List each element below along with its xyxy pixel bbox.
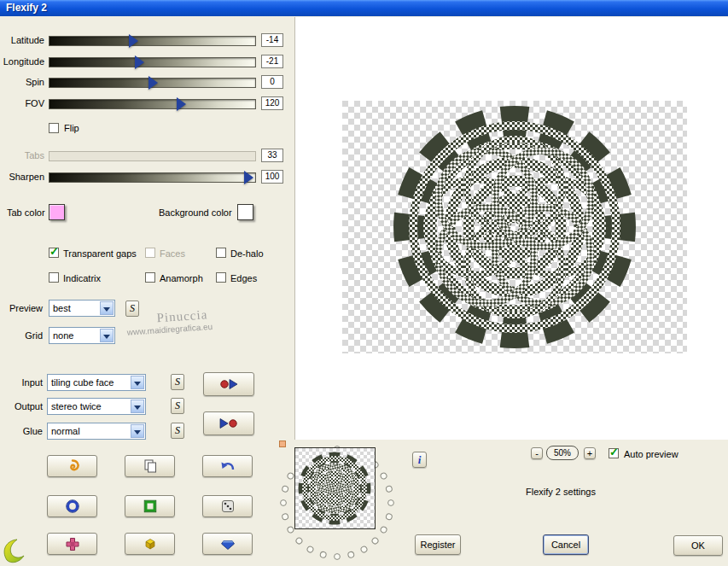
flip-label[interactable]: Flip xyxy=(64,123,79,134)
chevron-down-icon[interactable] xyxy=(100,301,114,315)
blue-arrow-red-dot-icon xyxy=(218,416,240,431)
sharpen-slider[interactable] xyxy=(49,172,256,183)
tab-color-label: Tab color xyxy=(7,207,45,219)
output-dropdown[interactable]: stereo twice xyxy=(47,398,146,415)
cube-button[interactable] xyxy=(125,533,175,555)
zoom-out-button[interactable]: - xyxy=(531,447,543,459)
de-halo-label[interactable]: De-halo xyxy=(230,248,264,260)
input-s-button[interactable]: S xyxy=(171,374,184,390)
input-dropdown-value: tiling cube face xyxy=(51,375,114,390)
copy-button[interactable] xyxy=(125,455,175,477)
fov-label: FOV xyxy=(0,96,44,111)
background-color-label: Background color xyxy=(159,207,232,219)
grid-dropdown-value: none xyxy=(53,328,73,343)
transform-forward-button[interactable] xyxy=(203,372,254,396)
transparent-gaps-label[interactable]: Transparent gaps xyxy=(63,248,137,260)
grid-label: Grid xyxy=(0,327,43,344)
zoom-level[interactable]: 50% xyxy=(546,446,579,460)
indicatrix-label[interactable]: Indicatrix xyxy=(63,273,101,284)
spin-label: Spin xyxy=(0,74,44,90)
glue-dropdown[interactable]: normal xyxy=(47,423,146,440)
undo-button[interactable] xyxy=(202,455,253,477)
flaming-pear-logo xyxy=(1,537,28,564)
blue-gem-icon xyxy=(218,536,237,551)
yellow-cube-icon xyxy=(141,536,160,551)
tabs-slider xyxy=(49,151,256,161)
anamorph-label[interactable]: Anamorph xyxy=(160,273,203,284)
spin-slider[interactable] xyxy=(49,78,256,88)
tabs-value[interactable]: 33 xyxy=(261,149,283,162)
latitude-slider-handle[interactable] xyxy=(129,34,138,48)
flip-checkbox[interactable] xyxy=(49,123,59,133)
info-button[interactable]: i xyxy=(412,452,427,468)
thumbnail-preview[interactable] xyxy=(294,447,376,529)
latitude-label: Latitude xyxy=(0,32,44,48)
grid-dropdown[interactable]: none xyxy=(49,327,115,344)
longitude-value[interactable]: -21 xyxy=(261,55,283,68)
fov-slider-handle[interactable] xyxy=(177,97,186,111)
flexify-dialog: Flexify 2 Latitude -14 Longitude -21 Spi… xyxy=(0,0,728,566)
undo-arrow-icon xyxy=(218,458,237,474)
green-square-icon xyxy=(141,499,160,514)
tabs-label: Tabs xyxy=(0,148,44,163)
fov-slider[interactable] xyxy=(49,99,256,109)
input-label: Input xyxy=(0,374,43,391)
transform-back-button[interactable] xyxy=(203,411,254,435)
preview-dropdown[interactable]: best xyxy=(49,300,115,317)
output-s-button[interactable]: S xyxy=(171,398,184,414)
chevron-down-icon[interactable] xyxy=(131,376,144,389)
random-button[interactable] xyxy=(202,495,253,517)
sharpen-value[interactable]: 100 xyxy=(261,170,283,184)
copy-icon xyxy=(141,458,160,474)
input-dropdown[interactable]: tiling cube face xyxy=(47,374,146,391)
output-dropdown-value: stereo twice xyxy=(51,399,102,414)
title-bar[interactable]: Flexify 2 xyxy=(0,0,728,16)
cancel-button[interactable]: Cancel xyxy=(543,534,589,555)
spin-slider-handle[interactable] xyxy=(149,76,158,90)
red-dot-blue-arrow-icon xyxy=(218,376,240,392)
glue-dropdown-value: normal xyxy=(51,423,80,439)
watermark: Pinuccia www.maidiregrafica.eu xyxy=(125,305,247,337)
swirl-icon xyxy=(63,458,82,474)
edges-label[interactable]: Edges xyxy=(230,273,257,284)
preview-image[interactable] xyxy=(342,101,687,353)
auto-preview-checkbox[interactable] xyxy=(609,448,619,458)
fov-value[interactable]: 120 xyxy=(261,96,283,110)
paint-swoosh-icon xyxy=(1,537,28,564)
frame-button[interactable] xyxy=(125,495,175,517)
glue-s-button[interactable]: S xyxy=(171,423,184,439)
chevron-down-icon[interactable] xyxy=(131,400,144,413)
register-button[interactable]: Register xyxy=(415,534,461,555)
settings-text: Flexify 2 settings xyxy=(484,487,638,497)
ring-button[interactable] xyxy=(47,495,97,517)
zoom-in-button[interactable]: + xyxy=(584,447,596,459)
preview-label: Preview xyxy=(0,300,43,317)
swirl-button[interactable] xyxy=(47,455,97,477)
ok-button[interactable]: OK xyxy=(673,535,723,556)
chevron-down-icon[interactable] xyxy=(100,329,114,342)
background-color-swatch[interactable] xyxy=(237,204,253,220)
blue-ring-icon xyxy=(63,499,82,514)
chevron-down-icon[interactable] xyxy=(131,424,144,438)
auto-preview-label[interactable]: Auto preview xyxy=(624,449,678,460)
edges-checkbox[interactable] xyxy=(216,272,226,283)
longitude-label: Longitude xyxy=(0,54,44,69)
sharpen-label: Sharpen xyxy=(0,169,44,184)
tab-color-swatch[interactable] xyxy=(49,204,65,220)
pink-cross-icon xyxy=(63,536,82,551)
latitude-slider[interactable] xyxy=(49,36,256,46)
spin-value[interactable]: 0 xyxy=(261,75,283,89)
longitude-slider[interactable] xyxy=(49,57,256,67)
sharpen-slider-handle[interactable] xyxy=(244,171,253,184)
transparent-gaps-checkbox[interactable] xyxy=(49,248,59,258)
longitude-slider-handle[interactable] xyxy=(135,55,144,69)
de-halo-checkbox[interactable] xyxy=(216,248,226,258)
indicatrix-checkbox[interactable] xyxy=(49,272,59,283)
gem-button[interactable] xyxy=(202,533,253,555)
anamorph-checkbox[interactable] xyxy=(145,272,155,283)
mosaic-button[interactable] xyxy=(47,533,97,555)
latitude-value[interactable]: -14 xyxy=(261,33,283,47)
faces-label: Faces xyxy=(160,248,185,260)
preview-dropdown-value: best xyxy=(53,301,71,316)
dice-icon xyxy=(218,499,237,514)
